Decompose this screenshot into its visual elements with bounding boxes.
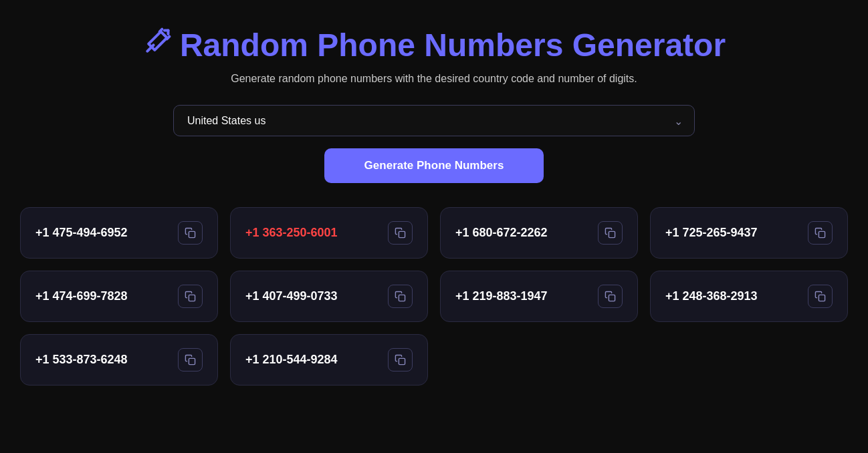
svg-rect-7	[609, 231, 615, 237]
copy-button[interactable]	[598, 285, 623, 308]
copy-icon	[395, 290, 406, 303]
svg-rect-5	[189, 231, 195, 237]
copy-button[interactable]	[388, 221, 413, 245]
copy-button[interactable]	[178, 221, 203, 245]
copy-icon	[185, 353, 196, 366]
svg-rect-6	[399, 231, 405, 237]
country-select[interactable]: United States us United Kingdom uk Canad…	[173, 105, 695, 136]
phone-number: +1 680-672-2262	[455, 226, 548, 240]
svg-rect-14	[399, 358, 405, 364]
phone-card: +1 475-494-6952	[20, 207, 218, 259]
generate-button[interactable]: Generate Phone Numbers	[324, 148, 544, 183]
wand-icon	[142, 27, 172, 63]
page-container: Random Phone Numbers Generator Generate …	[0, 0, 868, 412]
svg-rect-10	[399, 295, 405, 301]
phone-number: +1 210-544-9284	[245, 353, 338, 367]
phone-number: +1 474-699-7828	[35, 289, 128, 303]
copy-button[interactable]	[388, 348, 413, 371]
page-header: Random Phone Numbers Generator Generate …	[13, 27, 855, 85]
phone-number: +1 533-873-6248	[35, 353, 128, 367]
copy-button[interactable]	[178, 285, 203, 308]
phone-number: +1 219-883-1947	[455, 289, 548, 303]
phone-number: +1 725-265-9437	[665, 226, 758, 240]
copy-button[interactable]	[598, 221, 623, 245]
svg-rect-8	[819, 231, 825, 237]
svg-rect-11	[609, 295, 615, 301]
copy-icon	[605, 226, 616, 239]
phone-card: +1 407-499-0733	[230, 271, 428, 322]
country-select-wrapper: United States us United Kingdom uk Canad…	[173, 105, 695, 136]
phone-card: +1 725-265-9437	[650, 207, 848, 259]
page-title: Random Phone Numbers Generator	[13, 27, 855, 63]
copy-button[interactable]	[178, 348, 203, 371]
controls-section: United States us United Kingdom uk Canad…	[13, 105, 855, 183]
copy-icon	[395, 353, 406, 366]
phone-grid: +1 475-494-6952 +1 363-250-6001 +1 680-6…	[13, 207, 855, 386]
copy-icon	[815, 290, 826, 303]
phone-number: +1 407-499-0733	[245, 289, 338, 303]
copy-button[interactable]	[808, 221, 833, 245]
phone-card: +1 219-883-1947	[440, 271, 638, 322]
svg-rect-13	[189, 358, 195, 364]
phone-number: +1 475-494-6952	[35, 226, 128, 240]
svg-rect-12	[819, 295, 825, 301]
copy-button[interactable]	[808, 285, 833, 308]
svg-line-1	[160, 29, 162, 32]
subtitle-text: Generate random phone numbers with the d…	[13, 73, 855, 85]
copy-button[interactable]	[388, 285, 413, 308]
copy-icon	[815, 226, 826, 239]
phone-number: +1 363-250-6001	[245, 226, 338, 240]
svg-rect-9	[189, 295, 195, 301]
copy-icon	[395, 226, 406, 239]
copy-icon	[605, 290, 616, 303]
copy-icon	[185, 226, 196, 239]
phone-card: +1 533-873-6248	[20, 334, 218, 386]
phone-card: +1 474-699-7828	[20, 271, 218, 322]
phone-card: +1 210-544-9284	[230, 334, 428, 386]
phone-card: +1 680-672-2262	[440, 207, 638, 259]
copy-icon	[185, 290, 196, 303]
phone-card: +1 248-368-2913	[650, 271, 848, 322]
phone-card: +1 363-250-6001	[230, 207, 428, 259]
title-text: Random Phone Numbers Generator	[180, 27, 726, 63]
phone-number: +1 248-368-2913	[665, 289, 758, 303]
svg-line-2	[167, 37, 170, 39]
